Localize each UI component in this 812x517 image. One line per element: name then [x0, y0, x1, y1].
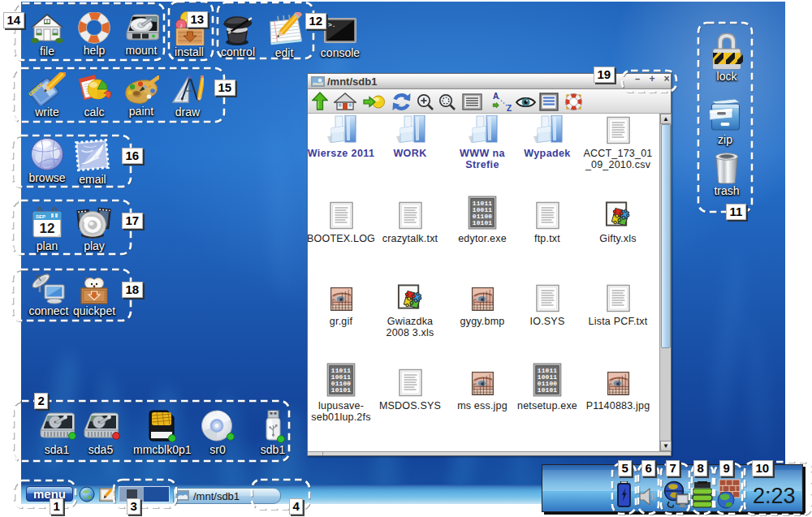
svg-text:>.: >.	[328, 21, 336, 28]
svg-text:A: A	[493, 92, 499, 101]
svg-text:Z: Z	[507, 104, 512, 112]
